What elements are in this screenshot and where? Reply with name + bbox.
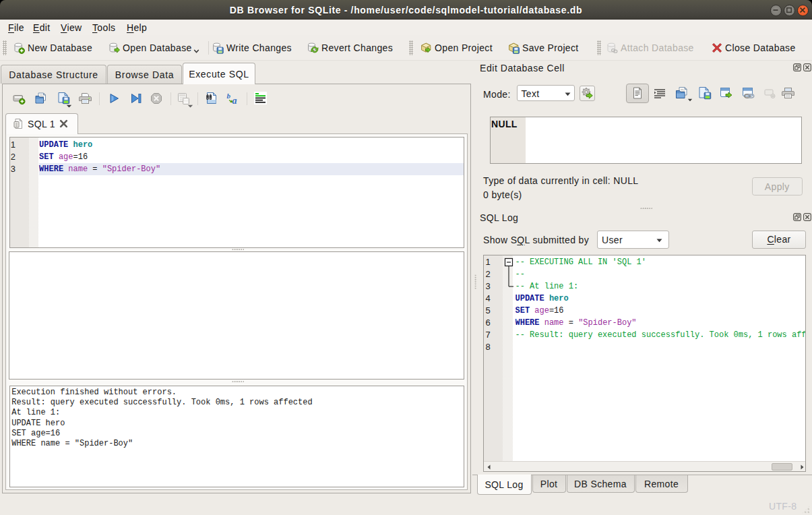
svg-text:a: a [232,96,237,105]
svg-text:b: b [227,92,231,100]
